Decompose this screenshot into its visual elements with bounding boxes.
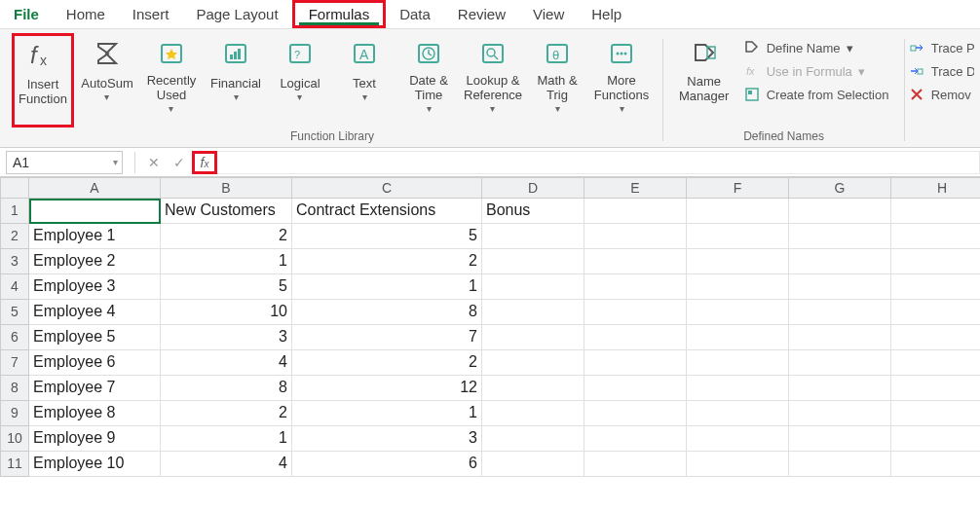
cell[interactable]: 2 — [161, 224, 292, 249]
formula-input[interactable] — [217, 151, 980, 174]
cell[interactable] — [584, 325, 687, 350]
row-header[interactable]: 6 — [0, 325, 29, 350]
cell[interactable]: 4 — [161, 350, 292, 376]
tab-file[interactable]: File — [0, 0, 53, 28]
cell[interactable] — [482, 401, 584, 426]
cell[interactable] — [482, 300, 584, 325]
use-in-formula-button[interactable]: fx Use in Formula ▾ — [739, 60, 893, 82]
cell[interactable]: 10 — [161, 300, 292, 325]
cell[interactable]: 7 — [292, 325, 482, 350]
row-header[interactable]: 8 — [0, 376, 29, 401]
cell[interactable]: Employee 1 — [29, 224, 161, 249]
col-header-A[interactable]: A — [29, 177, 161, 199]
cell[interactable]: Employee 4 — [29, 300, 161, 325]
cell-B1[interactable]: New Customers — [161, 199, 292, 224]
cell[interactable]: 4 — [161, 452, 292, 477]
cell[interactable] — [687, 300, 789, 325]
row-header[interactable]: 11 — [0, 452, 29, 477]
more-functions-button[interactable]: MoreFunctions▾ — [590, 33, 653, 128]
cell[interactable]: Employee 9 — [29, 426, 161, 452]
cell[interactable] — [687, 325, 789, 350]
cell[interactable] — [482, 452, 584, 477]
tab-home[interactable]: Home — [53, 0, 119, 28]
cell[interactable] — [687, 249, 789, 274]
cell[interactable] — [789, 249, 891, 274]
cell[interactable] — [482, 224, 584, 249]
cell[interactable] — [789, 199, 891, 224]
cell[interactable] — [584, 300, 687, 325]
cell-C1[interactable]: Contract Extensions — [292, 199, 482, 224]
cell-D1[interactable]: Bonus — [482, 199, 584, 224]
cell[interactable] — [891, 274, 980, 300]
cell[interactable] — [482, 325, 584, 350]
cancel-formula-button[interactable]: ✕ — [141, 151, 167, 174]
row-header[interactable]: 2 — [0, 224, 29, 249]
col-header-E[interactable]: E — [584, 177, 687, 199]
cell[interactable] — [687, 350, 789, 376]
cell[interactable]: 6 — [292, 452, 482, 477]
name-manager-button[interactable]: NameManager — [673, 33, 735, 128]
date-time-button[interactable]: Date &Time▾ — [397, 33, 460, 128]
row-header[interactable]: 4 — [0, 274, 29, 300]
cell[interactable]: Employee 6 — [29, 350, 161, 376]
cell[interactable] — [789, 376, 891, 401]
autosum-button[interactable]: AutoSum▾ — [76, 33, 138, 128]
create-from-selection-button[interactable]: Create from Selection — [739, 84, 893, 105]
cell[interactable] — [789, 274, 891, 300]
cell[interactable]: 1 — [161, 426, 292, 452]
col-header-G[interactable]: G — [789, 177, 891, 199]
col-header-H[interactable]: H — [891, 177, 980, 199]
remove-arrows-button[interactable]: Remov — [909, 84, 974, 105]
cell[interactable] — [687, 224, 789, 249]
insert-function-button[interactable]: fx InsertFunction — [12, 33, 74, 128]
lookup-reference-button[interactable]: Lookup &Reference▾ — [462, 33, 524, 128]
cell[interactable] — [482, 376, 584, 401]
cell[interactable] — [891, 376, 980, 401]
cell[interactable]: Employee 7 — [29, 376, 161, 401]
tab-formulas[interactable]: Formulas — [292, 0, 387, 28]
row-header[interactable]: 7 — [0, 350, 29, 376]
cell[interactable] — [584, 401, 687, 426]
trace-dependents-button[interactable]: Trace D — [909, 60, 974, 82]
cell[interactable] — [789, 452, 891, 477]
recently-used-button[interactable]: RecentlyUsed▾ — [140, 33, 203, 128]
cell[interactable] — [687, 274, 789, 300]
cell[interactable] — [687, 401, 789, 426]
enter-formula-button[interactable]: ✓ — [167, 151, 192, 174]
tab-view[interactable]: View — [519, 0, 578, 28]
cell[interactable] — [891, 224, 980, 249]
cell[interactable]: 2 — [292, 249, 482, 274]
cell-A1[interactable] — [29, 199, 161, 224]
cell[interactable] — [584, 426, 687, 452]
cell[interactable] — [789, 325, 891, 350]
cell[interactable] — [891, 401, 980, 426]
row-header[interactable]: 9 — [0, 401, 29, 426]
cell[interactable] — [482, 426, 584, 452]
cell[interactable]: 3 — [292, 426, 482, 452]
tab-help[interactable]: Help — [578, 0, 635, 28]
cell[interactable] — [789, 224, 891, 249]
cell[interactable] — [482, 350, 584, 376]
cell[interactable] — [891, 249, 980, 274]
tab-page-layout[interactable]: Page Layout — [182, 0, 291, 28]
cell[interactable]: 1 — [161, 249, 292, 274]
select-all-corner[interactable] — [0, 177, 29, 199]
cell[interactable]: 8 — [161, 376, 292, 401]
cell[interactable] — [891, 426, 980, 452]
cell[interactable]: Employee 10 — [29, 452, 161, 477]
tab-data[interactable]: Data — [386, 0, 444, 28]
cell[interactable]: Employee 2 — [29, 249, 161, 274]
cell[interactable]: Employee 8 — [29, 401, 161, 426]
cell[interactable] — [891, 325, 980, 350]
cell[interactable]: 3 — [161, 325, 292, 350]
cell[interactable]: Employee 3 — [29, 274, 161, 300]
tab-review[interactable]: Review — [444, 0, 519, 28]
tab-insert[interactable]: Insert — [119, 0, 183, 28]
cell[interactable] — [584, 350, 687, 376]
cell[interactable] — [584, 224, 687, 249]
name-box[interactable]: A1 ▾ — [6, 151, 123, 174]
cell[interactable]: 2 — [161, 401, 292, 426]
cell[interactable] — [789, 401, 891, 426]
cell[interactable] — [891, 350, 980, 376]
row-header[interactable]: 10 — [0, 426, 29, 452]
